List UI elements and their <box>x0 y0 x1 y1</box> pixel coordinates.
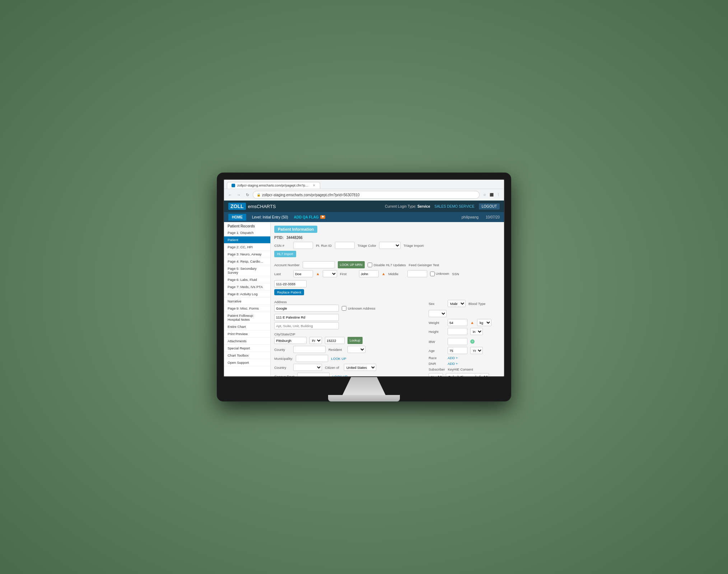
sidebar-item-labs[interactable]: Page 6: Labs, Fluid <box>224 276 270 283</box>
middle-name-input[interactable] <box>407 270 427 277</box>
account-number-input[interactable] <box>303 261 335 268</box>
csn-input[interactable] <box>293 242 313 249</box>
pt-run-id-input[interactable] <box>335 242 355 249</box>
last-name-input[interactable] <box>293 270 313 277</box>
height-input[interactable] <box>448 328 467 335</box>
sidebar-item-entire-chart[interactable]: Entire Chart <box>224 323 270 330</box>
sidebar-item-dispatch[interactable]: Page 1: Dispatch <box>224 229 270 236</box>
lookup-mrn-button[interactable]: LOOK UP MRN <box>338 261 365 268</box>
race-row: Race ADD + <box>429 356 500 360</box>
ptid-value: 34448266 <box>286 236 303 240</box>
browser-tab[interactable]: zollpcr-staging.emscharts.com/pr/pagept.… <box>227 182 320 189</box>
close-tab-icon[interactable]: ✕ <box>313 184 316 187</box>
height-row: Height in IBW ? <box>429 328 500 345</box>
unknown-address-checkbox[interactable] <box>342 306 346 311</box>
zip-input[interactable] <box>325 337 345 344</box>
sidebar-item-activity[interactable]: Page 8: Activity Log <box>224 291 270 298</box>
resident-select[interactable] <box>347 346 365 353</box>
county-input[interactable] <box>293 346 326 353</box>
feed-geisinger-label: Feed Geisinger Test <box>409 263 439 267</box>
unknown-name-row: Unknown <box>430 272 449 276</box>
municipality-lookup-link[interactable]: LOOK UP <box>331 357 346 361</box>
sidebar-item-followup[interactable]: Patient Followup: Hospital Notes <box>224 312 270 323</box>
disable-hl7-row: Disable HL7 Updates <box>368 263 406 267</box>
county-row: County Resident <box>274 346 423 353</box>
age-input[interactable] <box>448 347 467 354</box>
middle-label: Middle <box>388 272 405 276</box>
address-bar[interactable]: 🔒 zollpcr-staging.emscharts.com/pr/pagep… <box>253 191 480 199</box>
right-column: Sex Male Blood Type Weight <box>429 300 500 376</box>
suffix-select[interactable] <box>323 270 337 277</box>
race-label: Race <box>429 356 445 360</box>
sidebar-item-misc-forms[interactable]: Page 9: Misc. Forms <box>224 305 270 312</box>
weight-input[interactable] <box>448 319 467 326</box>
sex-select[interactable]: Male <box>448 300 466 307</box>
ssn-input[interactable] <box>274 280 307 287</box>
sidebar-item-narrative[interactable]: Narrative <box>224 298 270 305</box>
city-input[interactable] <box>274 337 307 344</box>
triage-color-select[interactable] <box>379 242 401 249</box>
blood-type-select[interactable] <box>429 310 447 317</box>
sidebar-item-neuro[interactable]: Page 3: Neuro, Airway <box>224 251 270 258</box>
app-logo: ZOLL emsCHARTS <box>228 203 276 210</box>
disable-hl7-checkbox[interactable] <box>368 263 372 267</box>
city-state-zip-row: PA Lookup <box>274 337 423 344</box>
sidebar-item-secondary[interactable]: Page 5: Secondary Survey <box>224 265 270 276</box>
census-lookup-link[interactable]: LOOK UP <box>332 375 347 377</box>
address2-input[interactable] <box>274 314 339 321</box>
state-select[interactable]: PA <box>309 337 322 344</box>
municipality-row: Municipality: LOOK UP <box>274 355 423 362</box>
race-add-link[interactable]: ADD + <box>448 356 458 360</box>
ibw-info-icon: ? <box>470 339 475 344</box>
dnr-add-link[interactable]: ADD + <box>448 362 458 366</box>
city-state-zip-label: City/State/ZIP <box>274 332 423 336</box>
home-button[interactable]: HOME <box>228 214 246 221</box>
qa-flag-button[interactable]: ADD QA FLAG ⚑ <box>294 215 325 219</box>
replace-patient-button[interactable]: Replace Patient <box>274 289 304 295</box>
app-header: ZOLL emsCHARTS Current Login Type: Servi… <box>224 201 504 212</box>
age-row: Age Yr <box>429 347 500 354</box>
sales-demo-link[interactable]: SALES DEMO SERVICE <box>434 204 475 208</box>
logout-button[interactable]: LOGOUT <box>479 203 500 210</box>
unknown-checkbox[interactable] <box>430 272 435 276</box>
sex-blood-row: Sex Male Blood Type <box>429 300 500 317</box>
sidebar-item-special-report[interactable]: Special Report <box>224 345 270 352</box>
municipality-input[interactable] <box>296 355 328 362</box>
bookmark-icon[interactable]: ☆ <box>482 192 487 198</box>
weight-unit-select[interactable]: kg lb <box>477 319 491 326</box>
zip-lookup-button[interactable]: Lookup <box>347 337 363 344</box>
sidebar-item-meds[interactable]: Page 7: Meds, IVs PTA <box>224 283 270 291</box>
census-tract-input[interactable] <box>297 373 330 376</box>
address-input[interactable] <box>274 305 339 312</box>
sidebar-item-print-preview[interactable]: Print Preview <box>224 330 270 338</box>
address3-input[interactable] <box>274 322 339 329</box>
ibw-label: IBW <box>429 340 445 344</box>
unknown-address-row: Unknown Address <box>342 306 375 311</box>
menu-icon[interactable]: ⋮ <box>495 192 501 198</box>
keyhie-select[interactable]: No <box>429 373 443 376</box>
subscriber-row: Subscriber KeyHIE Consent <box>429 367 500 371</box>
citizen-of-select[interactable]: United States <box>344 364 376 371</box>
sidebar-item-resp[interactable]: Page 4: Resp, Cardio... <box>224 258 270 265</box>
sidebar-item-attachments[interactable]: Attachments <box>224 338 270 345</box>
extensions-icon[interactable]: ⬛ <box>489 192 494 198</box>
sidebar-item-open-support[interactable]: Open Support <box>224 359 270 366</box>
sidebar-section-title: Patient Records <box>224 222 270 229</box>
monitor-base <box>328 395 400 401</box>
hl7-import-button[interactable]: HL7 Import <box>274 251 296 257</box>
sidebar-item-cc-hpi[interactable]: Page 2: CC, HPI <box>224 244 270 251</box>
sidebar-item-patient[interactable]: Patient <box>224 236 270 244</box>
age-unit-select[interactable]: Yr <box>470 347 483 354</box>
account-number-label: Account Number <box>274 263 300 267</box>
first-name-input[interactable] <box>359 270 379 277</box>
forward-button[interactable]: → <box>235 192 242 198</box>
default-share-select[interactable]: Default Share excludi... <box>446 373 489 376</box>
reload-button[interactable]: ↻ <box>244 192 251 198</box>
height-unit-select[interactable]: in <box>470 328 483 335</box>
country-select[interactable] <box>293 364 322 371</box>
hl7-row: HL7 Import <box>274 251 500 259</box>
ibw-input[interactable] <box>448 338 467 345</box>
back-button[interactable]: ← <box>227 192 233 198</box>
browser-toolbar: ← → ↻ 🔒 zollpcr-staging.emscharts.com/pr… <box>224 189 504 201</box>
sidebar-item-chart-toolbox[interactable]: Chart Toolbox <box>224 352 270 359</box>
